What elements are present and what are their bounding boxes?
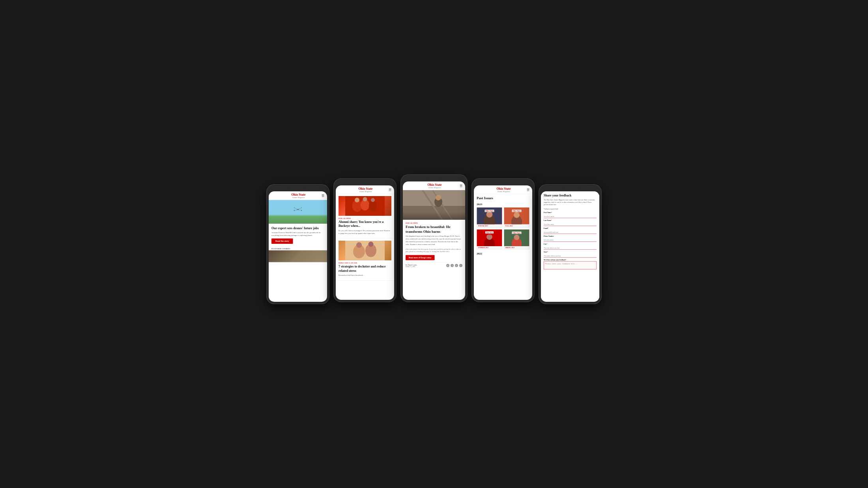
content-2: OUR ALUMNI Alumni share: You know you're… bbox=[336, 194, 394, 299]
feedback-label-text: We'd love to hear your feedback bbox=[544, 259, 565, 261]
last-name-label-text: Last Name bbox=[544, 219, 551, 221]
tag-news-1: NEWS YOU CAN USE bbox=[339, 262, 391, 264]
phone-3: Ohio State Alumni Magazine ☰ bbox=[400, 174, 468, 302]
title-barn: From broken to beautiful: He transforms … bbox=[406, 224, 462, 234]
svg-rect-16 bbox=[345, 241, 385, 260]
body-alumni-share: Do you yell 2 letters at strangers? Do y… bbox=[339, 229, 391, 235]
body-barn: Old dilapidated barns aren't kindling in… bbox=[406, 235, 462, 245]
first-name-label-text: First Name bbox=[544, 211, 551, 213]
hamburger-menu-3[interactable]: ☰ bbox=[460, 183, 462, 187]
winter-2023-label: WINTER 2023 bbox=[477, 224, 502, 227]
phone-label-text: Phone Number bbox=[544, 235, 554, 237]
fall-2023-label: FALL 2023 bbox=[504, 224, 529, 227]
state-input[interactable] bbox=[544, 254, 597, 257]
svg-point-6 bbox=[301, 207, 302, 208]
twitter-share-icon[interactable]: 𝕏 bbox=[451, 264, 454, 267]
city-required: * bbox=[546, 243, 547, 245]
read-story-button[interactable]: Read the story bbox=[271, 238, 293, 244]
featured-label: FEATURED STORIES bbox=[269, 246, 327, 251]
ohio-state-title-3: Ohio State bbox=[427, 183, 441, 187]
fall-cover-logo: Ohio State bbox=[504, 208, 529, 212]
body-declutter: Researchers find that a disordered... bbox=[339, 274, 391, 277]
state-required: * bbox=[547, 251, 548, 253]
hamburger-menu-1[interactable]: ☰ bbox=[322, 193, 324, 197]
osu-logo-4: Ohio State Alumni Magazine bbox=[496, 187, 511, 192]
winter-cover-img: Ohio State bbox=[477, 207, 502, 224]
feedback-label: We'd love to hear your feedback* bbox=[544, 259, 597, 261]
content-1: Our expert sees drones' future jobs Assi… bbox=[269, 200, 327, 301]
svg-line-3 bbox=[294, 210, 297, 210]
past-issues-title: Past Issues bbox=[477, 196, 529, 200]
linkedin-share-icon[interactable]: in bbox=[455, 264, 458, 267]
summer-2023-label: SUMMER 2023 bbox=[477, 246, 502, 249]
social-icons: ✉ 𝕏 in f bbox=[446, 264, 462, 267]
svg-point-5 bbox=[294, 207, 294, 208]
screen-5: Share your feedback The Ohio State Alumn… bbox=[541, 191, 599, 302]
screen-2: Ohio State Alumni Magazine ☰ bbox=[336, 185, 394, 300]
alumni-mag-4: Alumni Magazine bbox=[496, 190, 511, 192]
last-name-input[interactable] bbox=[544, 222, 597, 226]
city-label-text: City bbox=[544, 243, 546, 245]
cooking-image bbox=[339, 241, 391, 260]
issue-summer-2023[interactable]: Ohio State SUMMER 2023 SUMMER 2023 bbox=[477, 229, 502, 249]
feedback-required: * bbox=[565, 259, 566, 261]
notch-3 bbox=[426, 177, 442, 181]
issue-winter-2023[interactable]: Ohio State WINTER 2023 bbox=[477, 207, 502, 228]
hamburger-menu-2[interactable]: ☰ bbox=[389, 187, 391, 191]
first-name-input[interactable] bbox=[544, 215, 597, 218]
spring-cover-logo: Ohio State bbox=[504, 230, 529, 234]
feedback-form-content: Share your feedback The Ohio State Alumn… bbox=[541, 191, 599, 274]
city-input[interactable] bbox=[544, 246, 597, 249]
phones-container: Ohio State Alumni Magazine ☰ bbox=[221, 184, 647, 304]
alumni-mag-2: Alumni Magazine bbox=[358, 190, 372, 192]
phone-2: Ohio State Alumni Magazine ☰ bbox=[333, 178, 397, 302]
hamburger-menu-4[interactable]: ☰ bbox=[527, 187, 529, 191]
barn-hero-image bbox=[403, 190, 465, 219]
osu-logo-3: Ohio State Alumni Magazine bbox=[427, 183, 441, 188]
state-field: State* bbox=[544, 251, 597, 257]
phone-label: Phone Number bbox=[544, 235, 597, 237]
ohio-state-title-4: Ohio State bbox=[496, 187, 511, 191]
tag-barn: OUR ALUMNI bbox=[406, 222, 462, 224]
state-label: State* bbox=[544, 251, 597, 253]
email-label-text: Email bbox=[544, 227, 548, 229]
email-share-icon[interactable]: ✉ bbox=[446, 264, 449, 267]
read-more-barn-button[interactable]: Read more of Doug's story bbox=[406, 255, 434, 260]
year-2023-label: 2023 bbox=[477, 202, 529, 206]
tag-alumni-1: OUR ALUMNI bbox=[339, 217, 391, 219]
title-alumni-share: Alumni share: You know you're a Buckeye … bbox=[339, 220, 391, 228]
content-4: Past Issues 2023 Ohio State bbox=[474, 194, 532, 299]
svg-point-7 bbox=[294, 210, 294, 211]
email-required: * bbox=[548, 227, 548, 229]
screen-4: Ohio State Alumni Magazine ☰ Past Issues… bbox=[474, 185, 532, 300]
issues-grid-2023: Ohio State WINTER 2023 bbox=[477, 207, 529, 249]
ohio-state-title-1: Ohio State bbox=[291, 193, 305, 196]
issue-fall-2023[interactable]: Ohio State FALL 2023 bbox=[504, 207, 529, 228]
feedback-title: Share your feedback bbox=[544, 194, 597, 197]
mag-name-italic: Ohio State Alumni Magazine bbox=[546, 199, 565, 201]
screen-1: Ohio State Alumni Magazine ☰ bbox=[269, 191, 327, 302]
issue-spring-2023[interactable]: Ohio State SPRING 2023 bbox=[504, 229, 529, 249]
city-field: City* bbox=[544, 243, 597, 249]
title-declutter: 7 strategies to declutter and reduce rel… bbox=[339, 264, 391, 273]
barn-article-content: OUR ALUMNI From broken to beautiful: He … bbox=[403, 219, 465, 269]
email-input[interactable] bbox=[544, 230, 597, 234]
cooking-svg bbox=[339, 241, 391, 260]
feedback-textarea[interactable] bbox=[544, 261, 597, 269]
drone-icon bbox=[294, 207, 302, 211]
feedback-textarea-field: We'd love to hear your feedback* bbox=[544, 259, 597, 270]
alumni-mag-1: Alumni Magazine bbox=[291, 196, 305, 198]
content-3: OUR ALUMNI From broken to beautiful: He … bbox=[403, 190, 465, 299]
hero-drone bbox=[269, 200, 327, 223]
featured-thumb bbox=[269, 250, 327, 262]
svg-rect-0 bbox=[297, 209, 299, 210]
phone-field: Phone Number bbox=[544, 235, 597, 241]
phone-input[interactable] bbox=[544, 238, 597, 241]
summer-cover-text: Ohio State SUMMER 2023 bbox=[478, 230, 501, 235]
author-name: By Daniel Combs bbox=[406, 264, 417, 266]
facebook-share-icon[interactable]: f bbox=[459, 264, 462, 267]
svg-point-8 bbox=[301, 210, 302, 211]
notch-1 bbox=[290, 187, 306, 191]
first-name-label: First Name* bbox=[544, 211, 597, 213]
last-name-label: Last Name* bbox=[544, 219, 597, 221]
